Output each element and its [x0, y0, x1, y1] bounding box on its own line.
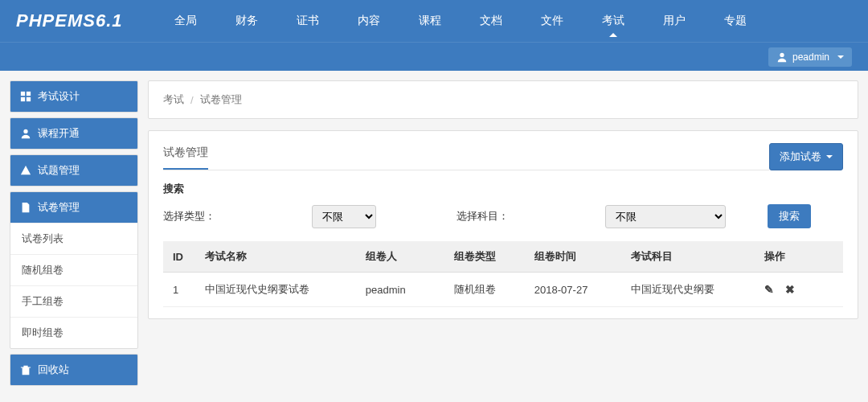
type-select[interactable]: 不限 — [312, 205, 376, 228]
top-nav: PHPEMS6.1 全局财务证书内容课程文档文件考试用户专题 — [0, 0, 868, 42]
sidebar-head-label: 试题管理 — [38, 163, 80, 178]
breadcrumb: 考试 / 试卷管理 — [163, 92, 843, 107]
nav-item-4[interactable]: 课程 — [399, 0, 461, 42]
breadcrumb-separator: / — [190, 94, 194, 106]
add-paper-label: 添加试卷 — [780, 150, 821, 164]
nav-item-7[interactable]: 考试 — [583, 0, 644, 42]
content-panel: 试卷管理 添加试卷 搜索 选择类型： 不限 选择科目： 不限 — [148, 130, 858, 319]
col-header-4: 组卷时间 — [525, 241, 621, 273]
sidebar-head-label: 试卷管理 — [38, 200, 80, 215]
svg-rect-2 — [27, 92, 31, 96]
table-row: 1中国近现代史纲要试卷peadmin随机组卷2018-07-27中国近现代史纲要… — [163, 273, 843, 307]
sidebar-group-1: 课程开通 — [10, 117, 138, 150]
sidebar-head-4[interactable]: 回收站 — [10, 355, 137, 385]
sidebar-sub-3-1[interactable]: 随机组卷 — [10, 254, 137, 285]
nav-item-3[interactable]: 内容 — [338, 0, 399, 42]
sidebar-group-2: 试题管理 — [10, 154, 138, 187]
breadcrumb-current: 试卷管理 — [200, 92, 242, 107]
svg-point-5 — [23, 129, 27, 133]
sidebar-head-label: 回收站 — [38, 363, 69, 377]
papers-table: ID考试名称组卷人组卷类型组卷时间考试科目操作 1中国近现代史纲要试卷peadm… — [163, 241, 843, 307]
sidebar-head-label: 考试设计 — [38, 89, 80, 104]
nav-item-2[interactable]: 证书 — [277, 0, 338, 42]
user-name: peadmin — [792, 51, 829, 63]
sidebar-sub-3-3[interactable]: 即时组卷 — [10, 317, 137, 348]
nav-item-9[interactable]: 专题 — [705, 0, 766, 42]
file-icon — [20, 202, 31, 213]
sidebar-head-label: 课程开通 — [38, 126, 80, 141]
sidebar-head-0[interactable]: 考试设计 — [10, 81, 137, 112]
svg-point-0 — [780, 52, 784, 56]
grid-icon — [20, 91, 31, 102]
sidebar-head-3[interactable]: 试卷管理 — [10, 192, 137, 223]
user-icon — [776, 51, 788, 63]
search-row: 选择类型： 不限 选择科目： 不限 搜索 — [163, 204, 843, 228]
svg-rect-1 — [21, 92, 25, 96]
breadcrumb-panel: 考试 / 试卷管理 — [148, 80, 858, 119]
sidebar-sub-3-2[interactable]: 手工组卷 — [10, 285, 137, 317]
add-paper-button[interactable]: 添加试卷 — [769, 143, 843, 170]
cell-author: peadmin — [356, 273, 444, 307]
sidebar-head-1[interactable]: 课程开通 — [10, 118, 137, 149]
cell-id: 1 — [163, 273, 195, 307]
col-header-6: 操作 — [755, 241, 843, 273]
nav-item-0[interactable]: 全局 — [155, 0, 216, 42]
table-header-row: ID考试名称组卷人组卷类型组卷时间考试科目操作 — [163, 241, 843, 273]
search-header: 搜索 — [163, 182, 843, 196]
cell-name: 中国近现代史纲要试卷 — [195, 273, 356, 307]
cell-subject: 中国近现代史纲要 — [621, 273, 755, 307]
warn-icon — [20, 165, 31, 176]
sub-bar: peadmin — [0, 42, 868, 71]
cell-type: 随机组卷 — [444, 273, 525, 307]
subject-select[interactable]: 不限 — [605, 205, 726, 228]
subject-label: 选择科目： — [457, 209, 509, 224]
type-label: 选择类型： — [163, 209, 215, 224]
trash-icon — [20, 364, 31, 375]
table-body: 1中国近现代史纲要试卷peadmin随机组卷2018-07-27中国近现代史纲要… — [163, 273, 843, 307]
nav-items: 全局财务证书内容课程文档文件考试用户专题 — [155, 0, 766, 42]
search-button[interactable]: 搜索 — [768, 204, 811, 228]
panel-title: 试卷管理 — [163, 142, 208, 170]
col-header-0: ID — [163, 241, 195, 273]
nav-item-1[interactable]: 财务 — [216, 0, 277, 42]
nav-item-5[interactable]: 文档 — [461, 0, 522, 42]
col-header-2: 组卷人 — [356, 241, 444, 273]
caret-down-icon — [837, 55, 844, 62]
user-icon — [20, 128, 31, 139]
breadcrumb-root[interactable]: 考试 — [163, 92, 184, 107]
svg-rect-3 — [21, 97, 25, 101]
col-header-3: 组卷类型 — [444, 241, 525, 273]
col-header-5: 考试科目 — [621, 241, 755, 273]
caret-down-icon — [826, 155, 833, 162]
cell-ops: ✎✖ — [755, 273, 843, 307]
user-menu-button[interactable]: peadmin — [768, 47, 852, 67]
sidebar-sub-3-0[interactable]: 试卷列表 — [10, 223, 137, 254]
nav-item-8[interactable]: 用户 — [644, 0, 705, 42]
nav-item-6[interactable]: 文件 — [522, 0, 583, 42]
sidebar-head-2[interactable]: 试题管理 — [10, 155, 137, 186]
sidebar-group-3: 试卷管理试卷列表随机组卷手工组卷即时组卷 — [10, 191, 138, 349]
brand-logo: PHPEMS6.1 — [16, 10, 123, 31]
cell-time: 2018-07-27 — [525, 273, 621, 307]
col-header-1: 考试名称 — [195, 241, 356, 273]
edit-icon[interactable]: ✎ — [764, 283, 774, 296]
delete-icon[interactable]: ✖ — [785, 283, 795, 296]
sidebar: 考试设计课程开通试题管理试卷管理试卷列表随机组卷手工组卷即时组卷回收站 — [10, 80, 138, 386]
sidebar-group-0: 考试设计 — [10, 80, 138, 113]
sidebar-group-4: 回收站 — [10, 354, 138, 386]
svg-rect-4 — [27, 97, 31, 101]
